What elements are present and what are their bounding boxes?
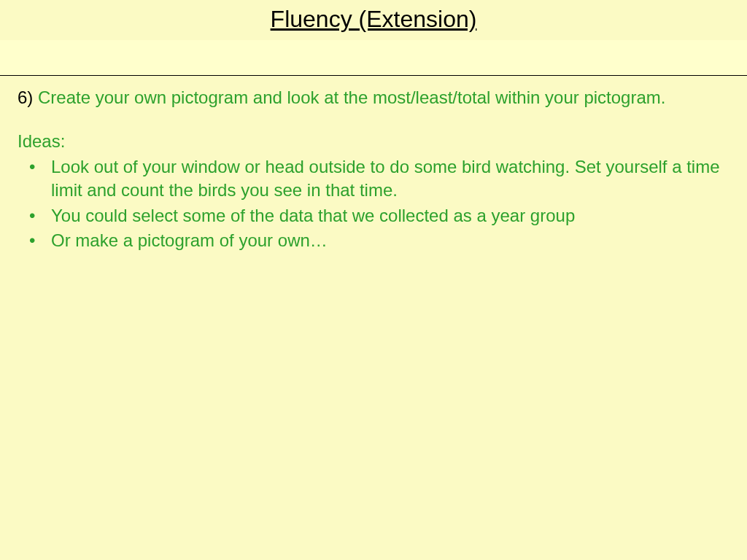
content: 6) Create your own pictogram and look at… bbox=[0, 76, 747, 271]
page-title: Fluency (Extension) bbox=[0, 6, 747, 33]
ideas-label: Ideas: bbox=[18, 130, 729, 153]
ideas-list: Look out of your window or head outside … bbox=[18, 155, 729, 253]
header: Fluency (Extension) bbox=[0, 0, 747, 40]
question-text: Create your own pictogram and look at th… bbox=[38, 88, 665, 107]
question-number: 6) bbox=[18, 88, 33, 107]
list-item: Or make a pictogram of your own… bbox=[18, 229, 729, 252]
list-item: You could select some of the data that w… bbox=[18, 204, 729, 228]
header-band bbox=[0, 40, 747, 75]
list-item: Look out of your window or head outside … bbox=[18, 155, 729, 203]
question-block: 6) Create your own pictogram and look at… bbox=[18, 86, 729, 109]
